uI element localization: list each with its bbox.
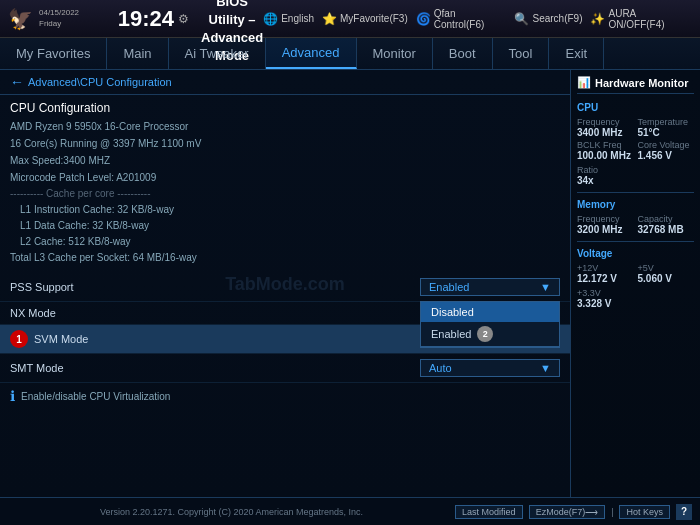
hw-memory-grid: Frequency 3200 MHz Capacity 32768 MB: [577, 214, 694, 235]
svm-mode-label: 1SVM Mode: [10, 330, 88, 348]
info-text: Enable/disable CPU Virtualization: [21, 391, 170, 402]
cpu-model: AMD Ryzen 9 5950x 16-Core Processor: [10, 119, 560, 134]
hw-monitor-title: 📊 Hardware Monitor: [577, 76, 694, 94]
pss-option-disabled[interactable]: Disabled: [421, 302, 559, 322]
hw-memory-section: Memory: [577, 199, 694, 210]
mem-freq-value: 3200 MHz: [577, 224, 634, 235]
aura-icon: ✨: [590, 12, 605, 26]
core-voltage-label: Core Voltage: [638, 140, 695, 150]
cache-divider: ---------- Cache per core ----------: [10, 188, 560, 199]
option-badge-2: 2: [477, 326, 493, 342]
cpu-freq-label: Frequency: [577, 117, 634, 127]
nav-bar: My Favorites Main Ai Tweaker Advanced Mo…: [0, 38, 700, 70]
left-panel: ← Advanced\CPU Configuration CPU Configu…: [0, 70, 570, 497]
v33-label: +3.3V: [577, 288, 694, 298]
hardware-monitor-panel: 📊 Hardware Monitor CPU Frequency 3400 MH…: [570, 70, 700, 497]
globe-icon: 🌐: [263, 12, 278, 26]
pss-support-row: PSS Support Enabled ▼ Disabled Enabled 2: [0, 273, 570, 302]
l1i-cache: L1 Instruction Cache: 32 KB/8-way: [20, 202, 560, 218]
hw-voltage-section: Voltage: [577, 248, 694, 259]
config-title: CPU Configuration: [10, 101, 560, 115]
pss-support-dropdown[interactable]: Enabled ▼: [420, 278, 560, 296]
breadcrumb-bar: ← Advanced\CPU Configuration: [0, 70, 570, 95]
fan-icon: 🌀: [416, 12, 431, 26]
time-area: 19:24 ⚙: [118, 6, 189, 32]
settings-gear-icon[interactable]: ⚙: [178, 12, 189, 26]
l1d-cache: L1 Data Cache: 32 KB/8-way: [20, 218, 560, 234]
microcode: Microcode Patch Level: A201009: [10, 170, 560, 185]
cpu-temp-value: 51°C: [638, 127, 695, 138]
cpu-cores: 16 Core(s) Running @ 3397 MHz 1100 mV: [10, 136, 560, 151]
footer: Version 2.20.1271. Copyright (C) 2020 Am…: [0, 497, 700, 525]
datetime-area: 04/15/2022 Friday: [39, 8, 119, 29]
ez-mode-button[interactable]: EzMode(F7)⟶: [529, 505, 606, 519]
hw-cpu-grid: Frequency 3400 MHz Temperature 51°C BCLK…: [577, 117, 694, 161]
date-text: 04/15/2022 Friday: [39, 8, 79, 29]
hw-divider-2: [577, 241, 694, 242]
info-icon: ℹ: [10, 388, 15, 404]
hw-divider-1: [577, 192, 694, 193]
nav-tab-my-favorites[interactable]: My Favorites: [0, 38, 107, 69]
nav-tab-exit[interactable]: Exit: [549, 38, 604, 69]
cpu-temp-label: Temperature: [638, 117, 695, 127]
mem-freq-label: Frequency: [577, 214, 634, 224]
smt-mode-dropdown[interactable]: Auto ▼: [420, 359, 560, 377]
hw-voltage-grid: +12V 12.172 V +5V 5.060 V: [577, 263, 694, 284]
search-icon: 🔍: [514, 12, 529, 26]
footer-buttons: Last Modified EzMode(F7)⟶ | Hot Keys ?: [455, 504, 692, 520]
smt-mode-label: SMT Mode: [10, 362, 64, 374]
toolbar-english[interactable]: 🌐English: [263, 12, 314, 26]
nav-tab-tool[interactable]: Tool: [493, 38, 550, 69]
last-modified-button[interactable]: Last Modified: [455, 505, 523, 519]
cpu-max-speed: Max Speed:3400 MHZ: [10, 153, 560, 168]
v5-value: 5.060 V: [638, 273, 695, 284]
dropdown-arrow-icon: ▼: [540, 281, 551, 293]
nav-tab-ai-tweaker[interactable]: Ai Tweaker: [169, 38, 266, 69]
pss-support-label: PSS Support: [10, 281, 74, 293]
toolbar-icons: 🌐English ⭐MyFavorite(F3) 🌀Qfan Control(F…: [263, 8, 692, 30]
footer-copyright: Version 2.20.1271. Copyright (C) 2020 Am…: [8, 507, 455, 517]
toolbar-myfavorite[interactable]: ⭐MyFavorite(F3): [322, 12, 408, 26]
mem-cap-value: 32768 MB: [638, 224, 695, 235]
toolbar-aura[interactable]: ✨AURA ON/OFF(F4): [590, 8, 692, 30]
header-bar: 🦅 04/15/2022 Friday 19:24 ⚙ UEFI BIOS Ut…: [0, 0, 700, 38]
monitor-icon: 📊: [577, 76, 591, 89]
star-icon: ⭐: [322, 12, 337, 26]
asus-logo-icon: 🦅: [8, 7, 33, 31]
toolbar-search[interactable]: 🔍Search(F9): [514, 12, 582, 26]
v5-label: +5V: [638, 263, 695, 273]
svm-badge-1: 1: [10, 330, 28, 348]
bottom-info: ℹ Enable/disable CPU Virtualization: [0, 383, 570, 409]
main-content: ← Advanced\CPU Configuration CPU Configu…: [0, 70, 700, 497]
time-text: 19:24: [118, 6, 174, 32]
ratio-label: Ratio: [577, 165, 694, 175]
nav-tab-advanced[interactable]: Advanced: [266, 38, 357, 69]
l3-cache: Total L3 Cache per Socket: 64 MB/16-way: [10, 250, 560, 265]
smt-mode-row: SMT Mode Auto ▼: [0, 354, 570, 383]
v12-label: +12V: [577, 263, 634, 273]
pss-dropdown-menu: Disabled Enabled 2: [420, 301, 560, 347]
mem-cap-label: Capacity: [638, 214, 695, 224]
l2-cache: L2 Cache: 512 KB/8-way: [20, 234, 560, 250]
config-content: CPU Configuration AMD Ryzen 9 5950x 16-C…: [0, 95, 570, 273]
nav-tab-monitor[interactable]: Monitor: [357, 38, 433, 69]
core-voltage-value: 1.456 V: [638, 150, 695, 161]
hw-cpu-section: CPU: [577, 102, 694, 113]
breadcrumb: Advanced\CPU Configuration: [28, 76, 172, 88]
nav-tab-main[interactable]: Main: [107, 38, 168, 69]
ratio-value: 34x: [577, 175, 694, 186]
help-button[interactable]: ?: [676, 504, 692, 520]
toolbar-qfan[interactable]: 🌀Qfan Control(F6): [416, 8, 507, 30]
logo-area: 🦅 04/15/2022 Friday: [8, 7, 118, 31]
bclk-freq-label: BCLK Freq: [577, 140, 634, 150]
v33-value: 3.328 V: [577, 298, 694, 309]
back-button[interactable]: ←: [10, 74, 24, 90]
smt-dropdown-arrow-icon: ▼: [540, 362, 551, 374]
nav-tab-boot[interactable]: Boot: [433, 38, 493, 69]
bclk-freq-value: 100.00 MHz: [577, 150, 634, 161]
nx-mode-label: NX Mode: [10, 307, 56, 319]
cpu-freq-value: 3400 MHz: [577, 127, 634, 138]
v12-value: 12.172 V: [577, 273, 634, 284]
pss-option-enabled[interactable]: Enabled 2: [421, 322, 559, 346]
hot-keys-button[interactable]: Hot Keys: [619, 505, 670, 519]
